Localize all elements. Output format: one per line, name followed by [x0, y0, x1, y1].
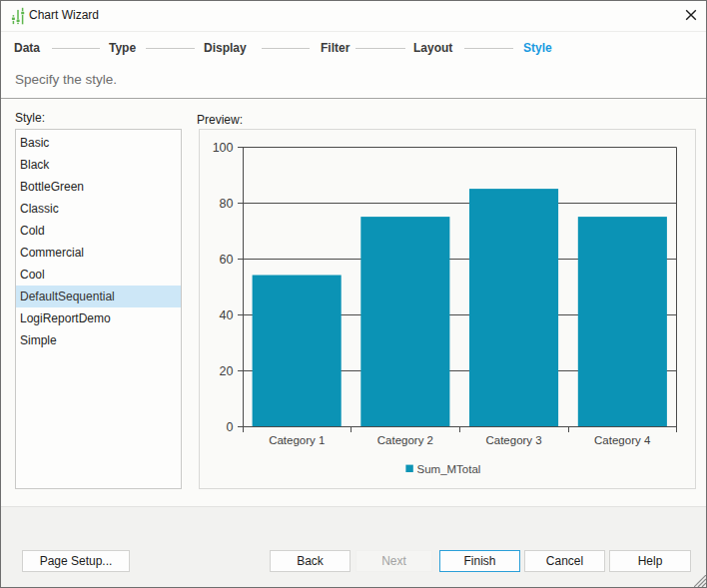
svg-text:80: 80	[220, 197, 234, 211]
svg-text:Category 4: Category 4	[594, 434, 651, 446]
svg-text:100: 100	[213, 141, 234, 155]
svg-text:40: 40	[220, 308, 234, 322]
svg-text:20: 20	[220, 364, 234, 378]
svg-text:Category 3: Category 3	[485, 434, 541, 446]
svg-text:60: 60	[220, 253, 234, 267]
svg-text:Category 2: Category 2	[377, 434, 433, 446]
svg-text:Sum_MTotal: Sum_MTotal	[417, 463, 481, 475]
svg-text:0: 0	[227, 420, 234, 434]
svg-text:Category 1: Category 1	[269, 434, 325, 446]
